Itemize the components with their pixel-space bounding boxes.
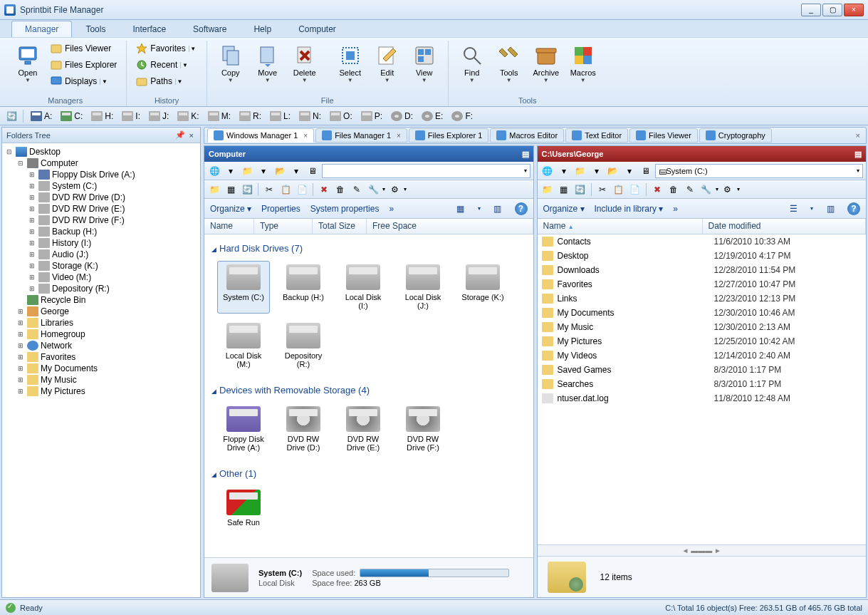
file-row[interactable]: ntuser.dat.log11/8/2010 12:48 AM bbox=[538, 391, 867, 405]
files-viewer-button[interactable]: Files Viewer bbox=[47, 41, 120, 56]
doc-tab[interactable]: Files Viewer bbox=[629, 128, 698, 143]
expand-icon[interactable]: ⊞ bbox=[28, 251, 36, 258]
pane-options-icon[interactable]: ▤ bbox=[854, 150, 862, 159]
drive-P[interactable]: P: bbox=[358, 110, 385, 123]
collapse-icon[interactable]: ⊟ bbox=[5, 148, 14, 155]
delete-icon[interactable]: ✖ bbox=[317, 182, 331, 197]
up-folder-icon[interactable]: 📂 bbox=[273, 164, 287, 178]
more-menu[interactable]: » bbox=[389, 204, 394, 214]
archive-button[interactable]: Archive▼ bbox=[528, 41, 564, 87]
tab-close-icon[interactable]: × bbox=[394, 132, 401, 140]
file-row[interactable]: Desktop12/19/2010 4:17 PM bbox=[538, 249, 867, 263]
section-header[interactable]: ◢Hard Disk Drives (7) bbox=[211, 239, 526, 258]
refresh-icon[interactable]: 🔄 bbox=[240, 182, 254, 197]
tree-node[interactable]: ⊞My Pictures bbox=[4, 386, 199, 397]
expand-icon[interactable]: ⊞ bbox=[16, 365, 25, 372]
file-row[interactable]: My Pictures12/25/2010 10:42 AM bbox=[538, 334, 867, 348]
file-row[interactable]: Links12/23/2010 12:13 PM bbox=[538, 291, 867, 306]
drive-tile[interactable]: Local Disk (I:) bbox=[337, 261, 389, 314]
horizontal-scrollbar[interactable]: ◄ ▬▬▬ ► bbox=[538, 544, 867, 556]
open-button[interactable]: Open ▼ bbox=[10, 41, 46, 87]
new-folder-icon[interactable]: 📁 bbox=[207, 182, 221, 197]
copy-icon[interactable]: 📋 bbox=[612, 182, 626, 197]
expand-icon[interactable]: ⊞ bbox=[28, 171, 36, 178]
expand-icon[interactable]: ⊞ bbox=[16, 376, 25, 383]
wrench-icon[interactable]: 🔧 bbox=[699, 182, 713, 197]
trash-icon[interactable]: 🗑 bbox=[666, 182, 681, 197]
tree-node[interactable]: ⊞George bbox=[4, 306, 199, 317]
file-row[interactable]: Favorites12/27/2010 10:47 PM bbox=[538, 277, 867, 291]
delete-icon[interactable]: ✖ bbox=[650, 182, 664, 197]
rename-icon[interactable]: ✎ bbox=[683, 182, 697, 197]
tree-node[interactable]: ⊞System (C:) bbox=[4, 180, 199, 192]
paths-button[interactable]: Paths▼ bbox=[132, 73, 200, 89]
new-folder-icon[interactable]: 📁 bbox=[540, 182, 555, 197]
drive-tile[interactable]: Local Disk (J:) bbox=[397, 261, 449, 314]
drive-tile[interactable]: DVD RW Drive (F:) bbox=[397, 403, 449, 455]
col-free-space[interactable]: Free Space bbox=[367, 219, 533, 234]
ribbon-tab-manager[interactable]: Manager bbox=[11, 21, 72, 37]
drive-L[interactable]: L: bbox=[267, 110, 293, 123]
address-combo[interactable]: ▾ bbox=[322, 164, 530, 178]
minimize-button[interactable]: _ bbox=[801, 4, 821, 16]
include-library-menu[interactable]: Include in library ▾ bbox=[595, 204, 664, 214]
view-toggle-icon[interactable]: ▦ bbox=[454, 202, 468, 216]
drive-F[interactable]: F: bbox=[449, 110, 476, 123]
select-button[interactable]: Select▼ bbox=[333, 41, 368, 87]
properties-menu[interactable]: Properties bbox=[261, 204, 300, 214]
expand-icon[interactable]: ⊞ bbox=[16, 342, 25, 349]
file-row[interactable]: My Documents12/30/2010 10:46 AM bbox=[538, 306, 867, 320]
address-combo[interactable]: 🖴 System (C:)▾ bbox=[655, 164, 864, 178]
expand-icon[interactable]: ⊞ bbox=[28, 194, 36, 201]
doc-tab[interactable]: Windows Manager 1× bbox=[207, 128, 314, 143]
expand-icon[interactable]: ⊞ bbox=[16, 308, 25, 315]
tree-node[interactable]: ⊞DVD RW Drive (D:) bbox=[4, 192, 199, 203]
tree-node[interactable]: ⊞Floppy Disk Drive (A:) bbox=[4, 169, 199, 180]
drive-N[interactable]: N: bbox=[296, 110, 324, 123]
expand-icon[interactable]: ⊞ bbox=[28, 239, 36, 247]
expand-icon[interactable]: ⊞ bbox=[28, 228, 36, 235]
tree-node[interactable]: ⊞Video (M:) bbox=[4, 272, 199, 283]
tree-node[interactable]: ⊞Homegroup bbox=[4, 329, 199, 340]
tree-node[interactable]: ⊞Depository (R:) bbox=[4, 283, 199, 294]
drive-tile[interactable]: Storage (K:) bbox=[456, 261, 509, 314]
drive-tile[interactable]: Backup (H:) bbox=[277, 261, 330, 314]
col-name[interactable]: Name ▲ bbox=[538, 219, 703, 234]
drive-D[interactable]: D: bbox=[388, 110, 416, 123]
file-row[interactable]: My Videos12/14/2010 2:40 AM bbox=[538, 348, 867, 363]
collapse-icon[interactable]: ⊟ bbox=[16, 160, 25, 167]
expand-icon[interactable]: ⊞ bbox=[16, 353, 25, 361]
rename-icon[interactable]: ✎ bbox=[350, 182, 364, 197]
help-icon[interactable]: ? bbox=[847, 202, 860, 215]
properties-icon[interactable]: ▦ bbox=[224, 182, 238, 197]
tree-node[interactable]: ⊞Audio (J:) bbox=[4, 249, 199, 260]
layout-icon[interactable]: ▥ bbox=[491, 202, 505, 216]
paste-icon[interactable]: 📄 bbox=[628, 182, 642, 197]
up-folder-icon[interactable]: 📂 bbox=[606, 164, 620, 178]
col-type[interactable]: Type bbox=[254, 219, 313, 234]
refresh-icon[interactable]: 🔄 bbox=[573, 182, 587, 197]
computer-icon[interactable]: 🖥 bbox=[639, 164, 653, 178]
tree-node[interactable]: ⊞Favorites bbox=[4, 351, 199, 363]
doc-tab[interactable]: Macros Editor bbox=[490, 128, 564, 143]
col-name[interactable]: Name bbox=[204, 219, 254, 234]
drive-tile[interactable]: Safe Run bbox=[217, 486, 270, 530]
file-row[interactable]: Searches8/3/2010 1:17 PM bbox=[538, 377, 867, 391]
tree-node[interactable]: ⊞My Documents bbox=[4, 363, 199, 374]
drive-H[interactable]: H: bbox=[88, 110, 116, 123]
tree-node[interactable]: Recycle Bin bbox=[4, 294, 199, 306]
tree-node[interactable]: ⊞Network bbox=[4, 340, 199, 351]
maximize-button[interactable]: ▢ bbox=[822, 4, 842, 16]
doc-tab[interactable]: Files Explorer 1 bbox=[409, 128, 488, 143]
organize-menu[interactable]: Organize ▾ bbox=[210, 204, 251, 214]
copy-icon[interactable]: 📋 bbox=[278, 182, 293, 197]
displays-button[interactable]: Displays▼ bbox=[47, 73, 120, 89]
drive-I[interactable]: I: bbox=[119, 110, 143, 123]
gear-icon[interactable]: ⚙ bbox=[387, 182, 402, 197]
col-total-size[interactable]: Total Size bbox=[313, 219, 367, 234]
dropdown-icon[interactable]: ▾ bbox=[622, 164, 637, 178]
expand-icon[interactable]: ⊞ bbox=[28, 217, 36, 224]
drive-J[interactable]: J: bbox=[146, 110, 172, 123]
drive-R[interactable]: R: bbox=[236, 110, 264, 123]
dropdown-icon[interactable]: ▾ bbox=[224, 164, 238, 178]
